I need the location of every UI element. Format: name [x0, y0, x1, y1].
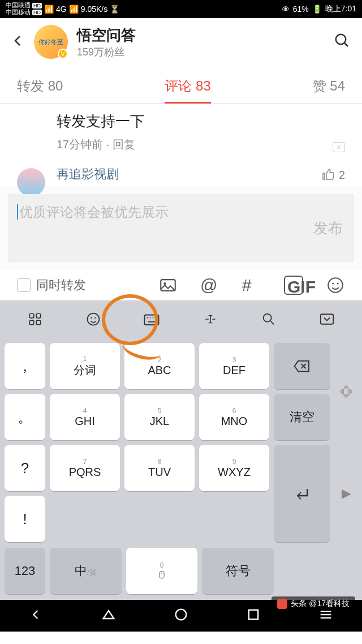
signal-icon: 📶: [69, 5, 79, 14]
svg-rect-7: [36, 314, 41, 318]
svg-point-12: [94, 317, 96, 319]
svg-point-15: [150, 317, 151, 319]
key-7[interactable]: 7PQRS: [50, 445, 120, 491]
search-icon[interactable]: [258, 309, 279, 329]
comment-item: 再追影视剧 2: [0, 160, 362, 186]
nav-back-icon[interactable]: [101, 607, 117, 625]
svg-rect-8: [29, 320, 34, 325]
watermark: 头条 @17看科技: [272, 596, 355, 611]
nav-back-icon[interactable]: [28, 607, 44, 625]
comment-input[interactable]: 优质评论将会被优先展示: [8, 194, 354, 262]
key-move-icon[interactable]: [335, 343, 357, 440]
hourglass-icon: ⏳: [110, 5, 119, 14]
key-exclaim[interactable]: !: [5, 496, 45, 542]
key-9[interactable]: 9WXYZ: [199, 445, 269, 491]
key-question[interactable]: ?: [5, 445, 45, 491]
comment-input-area: 优质评论将会被优先展示 发布: [0, 186, 362, 270]
key-123[interactable]: 123: [5, 548, 45, 594]
key-clear[interactable]: 清空: [274, 394, 330, 440]
battery-icon: 🔋: [312, 5, 322, 14]
key-symbol[interactable]: 符号: [202, 548, 274, 594]
keyboard: ， 1分词 2ABC 3DEF 。 4GHI 5JKL 6MNO 清空 ? 7P…: [0, 337, 362, 548]
svg-rect-6: [29, 314, 34, 318]
at-icon[interactable]: @: [200, 276, 219, 295]
verified-badge-icon: V: [58, 49, 68, 59]
delete-icon[interactable]: ×: [333, 142, 345, 152]
key-6[interactable]: 6MNO: [199, 394, 269, 440]
key-5[interactable]: 5JKL: [124, 394, 195, 440]
key-8[interactable]: 8TUV: [124, 445, 195, 491]
svg-point-14: [147, 317, 148, 319]
svg-point-5: [337, 283, 339, 285]
collapse-icon[interactable]: [317, 309, 337, 329]
svg-point-10: [87, 314, 99, 325]
status-bar: 中国联通 HD 中国移动 HD 📶 4G 📶 9.05K/s ⏳ 👁61% 🔋 …: [0, 0, 362, 18]
key-space[interactable]: 0: [126, 548, 198, 594]
tabs: 转发 80 评论 83 赞 54: [0, 66, 362, 104]
commenter-avatar[interactable]: [17, 168, 45, 196]
image-icon[interactable]: [158, 276, 178, 295]
key-3[interactable]: 3DEF: [199, 343, 269, 389]
tab-comment[interactable]: 评论 83: [165, 77, 210, 103]
key-enter[interactable]: [274, 445, 330, 542]
search-icon[interactable]: [334, 32, 351, 51]
cursor-icon[interactable]: [200, 309, 221, 329]
forward-checkbox[interactable]: [17, 278, 31, 292]
svg-rect-18: [148, 321, 156, 323]
emoji-icon[interactable]: [326, 276, 345, 295]
publish-button[interactable]: 发布: [313, 218, 343, 238]
tab-like[interactable]: 赞 54: [313, 77, 345, 103]
svg-point-19: [264, 314, 272, 322]
nav-home-icon[interactable]: [173, 607, 189, 625]
header: 你好冬至 V 悟空问答 159万粉丝: [0, 18, 362, 66]
svg-point-0: [336, 35, 346, 45]
key-4[interactable]: 4GHI: [50, 394, 120, 440]
forward-label[interactable]: 同时转发: [36, 277, 86, 294]
profile-avatar[interactable]: 你好冬至 V: [34, 25, 68, 59]
key-comma[interactable]: ，: [5, 343, 45, 389]
nav-recent-icon[interactable]: [245, 607, 261, 625]
gif-icon[interactable]: GIF: [284, 276, 303, 295]
keyboard-icon[interactable]: [141, 309, 162, 329]
key-expand-icon[interactable]: ▶: [335, 445, 357, 542]
svg-rect-9: [36, 320, 41, 325]
svg-rect-22: [249, 610, 258, 619]
svg-rect-20: [321, 314, 334, 324]
back-icon[interactable]: [11, 34, 25, 50]
key-backspace[interactable]: [274, 343, 330, 389]
svg-point-11: [90, 317, 92, 319]
profile-name[interactable]: 悟空问答: [77, 25, 325, 45]
svg-point-4: [332, 283, 334, 285]
comment-item: 转发支持一下 17分钟前 · 回复 ×: [0, 104, 362, 160]
key-2[interactable]: 2ABC: [124, 343, 195, 389]
commenter-name[interactable]: 再追影视剧: [57, 166, 345, 183]
like-button[interactable]: 2: [322, 168, 345, 182]
key-period[interactable]: 。: [5, 394, 45, 440]
svg-point-3: [328, 278, 343, 293]
key-language[interactable]: 中/英: [50, 548, 122, 594]
tab-repost[interactable]: 转发 80: [17, 77, 63, 103]
grid-icon[interactable]: [25, 309, 45, 329]
input-toolbar: 同时转发 @ # GIF: [0, 270, 362, 300]
key-1[interactable]: 1分词: [50, 343, 120, 389]
keyboard-toolbar: [0, 300, 362, 337]
svg-point-17: [156, 317, 157, 319]
eye-icon: 👁: [282, 5, 290, 14]
comment-meta[interactable]: 17分钟前 · 回复: [57, 137, 345, 152]
svg-point-16: [153, 317, 154, 319]
signal-icon: 📶: [44, 5, 54, 14]
hashtag-icon[interactable]: #: [242, 276, 261, 295]
emoji-icon[interactable]: [83, 309, 104, 329]
fans-count: 159万粉丝: [77, 45, 325, 59]
svg-rect-13: [145, 315, 159, 325]
comment-text: 转发支持一下: [57, 111, 345, 131]
svg-point-21: [176, 609, 187, 620]
